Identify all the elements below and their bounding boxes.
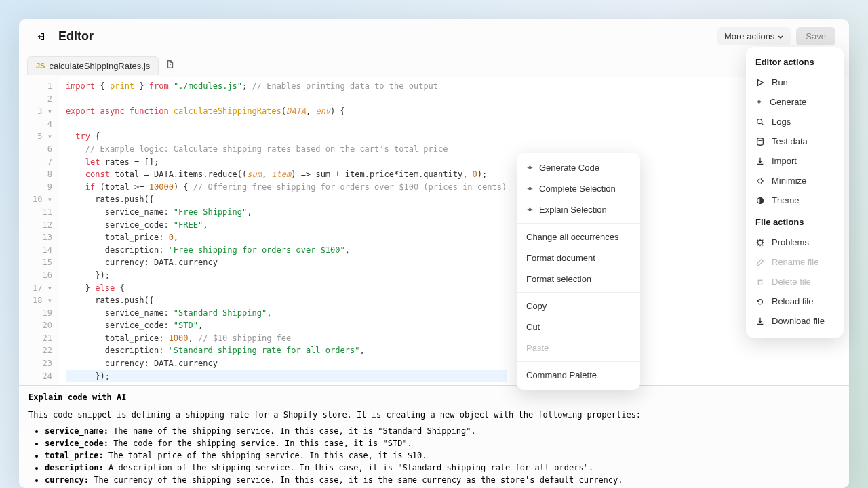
editor-actions-panel: Editor actions Run ✦Generate Logs Test d… [746,47,844,338]
menu-separator [517,292,640,293]
tab-file[interactable]: JS calculateShippingRates.js [27,56,159,75]
reload-icon [755,297,765,306]
context-menu: ✦Generate Code ✦Complete Selection ✦Expl… [517,153,640,390]
menu-format-document[interactable]: Format document [517,247,640,268]
menu-explain-selection[interactable]: ✦Explain Selection [517,199,640,220]
svg-point-3 [758,240,763,245]
action-test-data[interactable]: Test data [746,131,844,151]
back-icon [36,32,45,41]
menu-change-all[interactable]: Change all occurrences [517,226,640,247]
code-panel[interactable]: 1 2 3 ▾ 4 5 ▾ 6 7 8 9 10 ▾ 11 12 13 14 1… [19,77,849,488]
save-button[interactable]: Save [796,27,835,45]
back-button[interactable] [33,28,49,45]
editor-window: Editor More actions Save JS calculateShi… [19,19,849,488]
more-actions-label: More actions [724,31,774,41]
action-download[interactable]: Download file [746,311,844,331]
download-icon [755,317,765,326]
explain-title: Explain code with AI [19,386,849,409]
menu-complete-selection[interactable]: ✦Complete Selection [517,178,640,199]
search-icon [755,117,765,127]
editor-area: 1 2 3 ▾ 4 5 ▾ 6 7 8 9 10 ▾ 11 12 13 14 1… [19,77,849,488]
theme-icon [755,196,765,205]
page-title: Editor [58,29,94,43]
trash-icon [755,277,765,287]
js-file-icon: JS [36,62,45,70]
new-file-icon [165,60,175,69]
header: Editor More actions Save [19,19,849,54]
menu-separator [517,361,640,362]
action-problems[interactable]: Problems [746,232,844,252]
bug-icon [755,238,765,247]
list-item: service_name: The name of the shipping s… [45,425,840,437]
sparkle-icon: ✦ [526,163,534,173]
action-reload[interactable]: Reload file [746,291,844,311]
action-rename: Rename file [746,252,844,272]
code-block-1[interactable]: 1 2 3 ▾ 4 5 ▾ 6 7 8 9 10 ▾ 11 12 13 14 1… [19,77,849,385]
code-content[interactable]: import { print } from "./modules.js"; //… [59,77,513,385]
svg-point-0 [757,119,762,123]
sparkle-icon: ✦ [526,205,534,215]
explain-intro: This code snippet is defining a shipping… [28,409,840,421]
list-item: description: A description of the shippi… [45,462,840,474]
tab-bar: JS calculateShippingRates.js [19,54,849,77]
more-actions-button[interactable]: More actions [717,27,791,45]
menu-separator [517,223,640,224]
menu-format-selection[interactable]: Format selection [517,268,640,289]
sparkle-icon: ✦ [526,184,534,194]
svg-point-1 [757,138,764,140]
list-item: currency: The currency of the shipping s… [45,474,840,486]
sparkle-icon: ✦ [755,97,763,107]
menu-copy[interactable]: Copy [517,296,640,317]
action-theme[interactable]: Theme [746,190,844,210]
action-generate[interactable]: ✦Generate [746,92,844,112]
explain-list: service_name: The name of the shipping s… [45,425,840,486]
chevron-down-icon [777,33,784,40]
menu-command-palette[interactable]: Command Palette [517,365,640,386]
action-delete: Delete file [746,272,844,291]
tab-label: calculateShippingRates.js [49,61,150,71]
explain-panel: Explain code with AI This code snippet i… [19,385,849,488]
menu-generate-code[interactable]: ✦Generate Code [517,157,640,178]
action-run[interactable]: Run [746,73,844,92]
gutter: 1 2 3 ▾ 4 5 ▾ 6 7 8 9 10 ▾ 11 12 13 14 1… [19,77,59,385]
action-import[interactable]: Import [746,151,844,171]
list-item: total_price: The total price of the ship… [45,449,840,462]
new-file-button[interactable] [165,60,175,72]
list-item: service_code: The code for the shipping … [45,437,840,449]
play-icon [755,78,765,87]
download-icon [755,157,765,166]
action-minimize[interactable]: Minimize [746,171,844,190]
menu-cut[interactable]: Cut [517,317,640,338]
menu-paste: Paste [517,338,640,359]
file-actions-title: File actions [746,210,844,232]
explain-body: This code snippet is defining a shipping… [19,409,849,488]
action-logs[interactable]: Logs [746,112,844,131]
editor-actions-title: Editor actions [746,54,844,73]
minimize-icon [755,176,765,186]
pencil-icon [755,258,765,267]
database-icon [755,137,765,146]
